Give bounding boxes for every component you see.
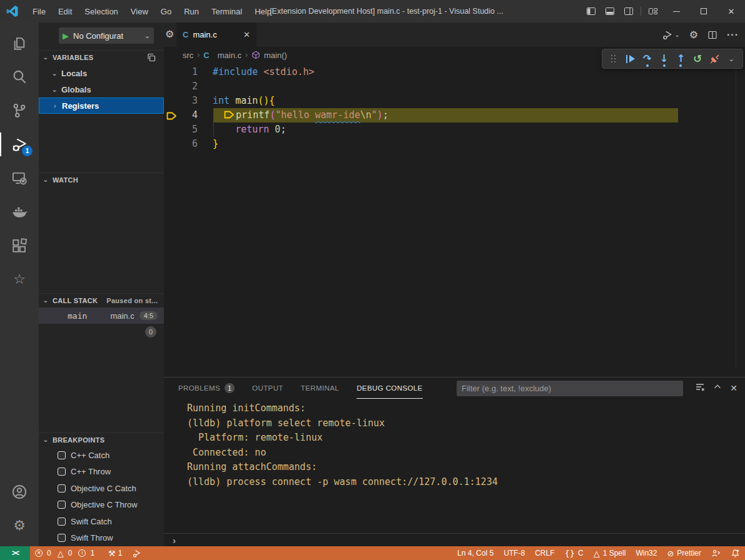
debug-status-item[interactable] (127, 546, 146, 560)
status-win32[interactable]: Win32 (631, 546, 662, 560)
breakpoint-objective-c-catch[interactable]: Objective C Catch (39, 480, 164, 496)
paused-status-badge: Paused on st... (106, 297, 158, 304)
breakpoint-c-throw[interactable]: C++ Throw (39, 464, 164, 480)
star-icon[interactable]: ☆ (0, 262, 39, 296)
step-over-button[interactable]: ↷ (641, 51, 654, 67)
variables-section-header[interactable]: ⌄ VARIABLES (39, 50, 164, 64)
more-actions-icon[interactable]: ··· (727, 29, 739, 41)
panel-tab-output[interactable]: OUTPUT (252, 378, 283, 399)
menu-edit[interactable]: Edit (52, 0, 78, 22)
status-c[interactable]: {}C (559, 546, 588, 560)
remote-explorer-icon[interactable] (0, 161, 39, 195)
breakpoint-swift-catch[interactable]: Swift Catch (39, 513, 164, 529)
close-window-button[interactable]: ✕ (717, 0, 745, 22)
stack-frame-row[interactable]: main main.c 4:5 (39, 308, 164, 324)
run-or-debug-icon[interactable]: ⌄ (662, 29, 679, 41)
checkbox[interactable] (58, 484, 66, 492)
explorer-icon[interactable] (0, 26, 39, 60)
breakpoint-c-catch[interactable]: C++ Catch (39, 447, 164, 463)
close-panel-icon[interactable]: ✕ (730, 383, 737, 393)
checkbox[interactable] (58, 501, 66, 509)
menu-file[interactable]: File (26, 0, 52, 22)
code-text: int main(){ (213, 94, 275, 108)
account-icon[interactable] (0, 475, 39, 509)
close-tab-icon[interactable]: ✕ (243, 30, 250, 39)
debug-config-dropdown[interactable]: ▶ No Configurat ⌄ (59, 28, 154, 44)
checkbox[interactable] (58, 534, 66, 542)
status-prettier[interactable]: ⊘Prettier (662, 546, 706, 560)
console-input-row[interactable]: › (164, 533, 745, 547)
search-icon[interactable] (0, 60, 39, 94)
chevron-down-icon: ⌄ (39, 296, 53, 304)
checkbox[interactable] (58, 468, 66, 476)
continue-button[interactable] (624, 51, 637, 67)
checkbox[interactable] (58, 451, 66, 459)
docker-icon[interactable] (0, 195, 39, 229)
source-control-icon[interactable] (0, 94, 39, 128)
variables-item-globals[interactable]: ⌄Globals (39, 81, 164, 98)
step-out-button[interactable]: ↑ (675, 51, 687, 67)
code-editor[interactable]: 1#include <stdio.h>23int main(){4 printf… (164, 65, 745, 178)
line-number: 5 (164, 122, 198, 137)
feedback-icon[interactable] (706, 546, 726, 560)
breakpoints-section-header[interactable]: ⌄ BREAKPOINTS (39, 432, 164, 446)
panel-tab-terminal[interactable]: TERMINAL (301, 378, 339, 399)
status-1-spell[interactable]: △1 Spell (589, 546, 631, 560)
extensions-icon[interactable] (0, 229, 39, 262)
call-stack-section-header[interactable]: ⌄ CALL STACK Paused on st... (39, 293, 164, 307)
toggle-panel-icon[interactable] (601, 0, 619, 22)
console-filter-input[interactable] (457, 381, 683, 396)
breakpoint-swift-throw[interactable]: Swift Throw (39, 530, 164, 546)
code-line-3: 3int main(){ (164, 94, 745, 108)
braces-icon: {} (564, 549, 575, 558)
toggle-sidebar-icon[interactable] (582, 0, 601, 22)
panel-tab-problems[interactable]: PROBLEMS1 (178, 378, 235, 399)
status-ln-4-col-5[interactable]: Ln 4, Col 5 (452, 546, 499, 560)
problems-summary[interactable]: ✕ 0 △ 0 i 1 (30, 546, 103, 560)
variables-item-registers[interactable]: ›Registers (39, 98, 164, 114)
restart-button[interactable]: ↺ (691, 51, 704, 67)
toolbar-drag-handle[interactable] (607, 51, 620, 67)
run-and-debug-icon[interactable]: 1 (0, 128, 39, 161)
minimize-button[interactable] (662, 0, 690, 22)
menu-view[interactable]: View (124, 0, 155, 22)
disconnect-button[interactable] (708, 51, 721, 67)
window-controls: ✕ (582, 0, 745, 22)
tab-main-c[interactable]: C main.c ✕ (176, 22, 256, 47)
editor-scrollbar[interactable] (736, 65, 736, 368)
maximize-button[interactable] (690, 0, 717, 22)
start-debug-icon[interactable]: ▶ (63, 31, 69, 41)
gear-icon[interactable]: ⚙ (689, 29, 698, 41)
menu-terminal[interactable]: Terminal (205, 0, 248, 22)
breakpoint-objective-c-throw[interactable]: Objective C Throw (39, 497, 164, 513)
menu-selection[interactable]: Selection (78, 0, 124, 22)
settings-gear-icon[interactable]: ⚙ (0, 509, 39, 542)
menu-go[interactable]: Go (155, 0, 178, 22)
checkbox[interactable] (58, 518, 66, 526)
token (230, 95, 235, 106)
breadcrumb-src[interactable]: src (183, 51, 193, 60)
breadcrumb-file[interactable]: main.c (218, 51, 241, 60)
launch-config-gear-icon[interactable]: ⚙ (165, 28, 174, 40)
customize-layout-icon[interactable] (644, 0, 662, 22)
status-crlf[interactable]: CRLF (530, 546, 559, 560)
menu-run[interactable]: Run (178, 0, 205, 22)
slash-icon: ⊘ (667, 549, 674, 558)
step-into-button[interactable]: ↓ (658, 51, 671, 67)
copy-icon[interactable] (146, 52, 156, 62)
more-debug-actions-icon[interactable]: ⌄ (725, 51, 737, 67)
notifications-bell-icon[interactable] (726, 546, 745, 560)
breadcrumb-symbol[interactable]: main() (264, 51, 287, 60)
status-utf-8[interactable]: UTF-8 (499, 546, 530, 560)
toggle-secondary-sidebar-icon[interactable] (619, 0, 638, 22)
toolchain-item[interactable]: ⚒ 1 (103, 546, 127, 560)
problems-badge: 1 (225, 383, 235, 393)
remote-indicator[interactable]: >< (0, 546, 30, 560)
maximize-panel-icon[interactable] (713, 382, 722, 394)
code-line-6: 6} (164, 137, 745, 151)
watch-section-header[interactable]: ⌄ WATCH (39, 172, 164, 186)
panel-tab-debug-console[interactable]: DEBUG CONSOLE (357, 378, 423, 399)
clear-console-icon[interactable] (695, 382, 705, 394)
split-editor-icon[interactable] (707, 30, 717, 40)
variables-item-locals[interactable]: ⌄Locals (39, 65, 164, 81)
